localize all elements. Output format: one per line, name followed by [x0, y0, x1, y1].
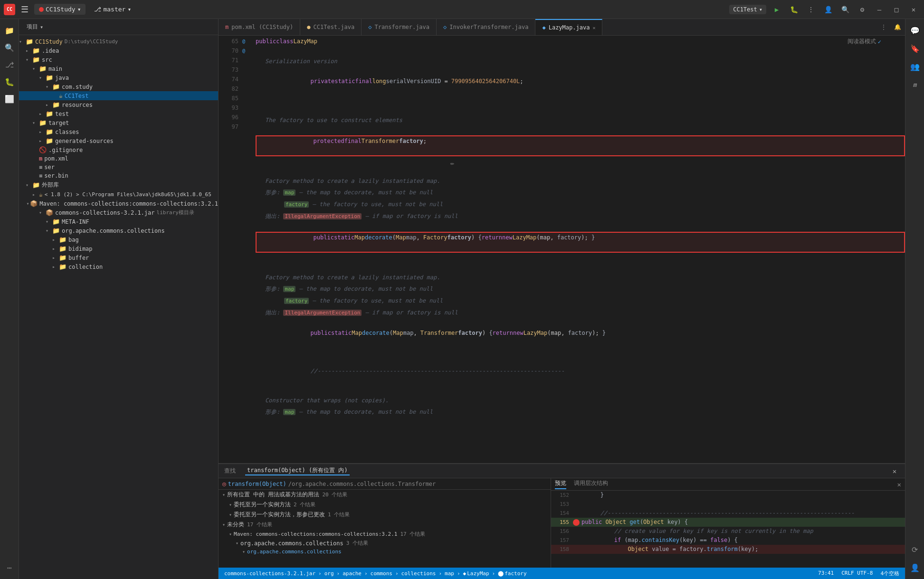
tree-item-pomxml[interactable]: m pom.xml	[19, 154, 218, 163]
run-config[interactable]: CC1Test ▾	[729, 5, 766, 14]
sidebar-icon-vcs[interactable]: ⎇	[2, 57, 17, 72]
indent-indicator[interactable]: 4个空格	[880, 570, 899, 577]
edit-icon[interactable]: ✏	[450, 159, 454, 167]
tabs-more-button[interactable]: ⋮	[877, 24, 890, 30]
tree-item-jdk[interactable]: ▸ ☕ < 1.8 (2) > C:\Program Files\Java\jd…	[19, 190, 218, 199]
tree-item-resources[interactable]: ▸ 📁 resources	[19, 100, 218, 109]
search-group-all[interactable]: ▾ 所有位置 中的 用法或基方法的用法 20 个结果	[219, 490, 551, 500]
code-content[interactable]: public class LazyMap Serialization versi…	[252, 36, 905, 463]
maximize-button[interactable]: □	[890, 3, 903, 16]
right-sidebar-icon-person[interactable]: 👤	[907, 560, 923, 575]
right-sidebar-icon-git[interactable]: ⟳	[907, 542, 923, 557]
doc-comment-decorate2-param2: factory – the factory to use, must not b…	[256, 295, 905, 307]
search-org-apache2[interactable]: ▾ org.apache.commons.collections	[219, 548, 551, 556]
tree-item-main[interactable]: ▾ 📁 main	[19, 64, 218, 73]
code-editor[interactable]: 65 70 71 73 74 82	[219, 36, 905, 463]
tree-item-org-apache[interactable]: ▾ 📁 org.apache.commons.collections	[19, 226, 218, 235]
run-button[interactable]: ▶	[770, 3, 783, 16]
tree-item-cc1study[interactable]: ▾ 📁 CC1Study D:\study\CC1Study	[19, 37, 218, 46]
tree-item-maven-commons[interactable]: ▾ 📦 Maven: commons-collections:commons-c…	[19, 199, 218, 208]
right-sidebar-icon-chat[interactable]: 💬	[907, 23, 923, 38]
file-tree-content[interactable]: ▾ 📁 CC1Study D:\study\CC1Study ▸ 📁 .idea…	[19, 35, 218, 579]
tree-item-commons-jar[interactable]: ▾ 📦 commons-collections-3.2.1.jar librar…	[19, 208, 218, 217]
tree-item-idea[interactable]: ▸ 📁 .idea	[19, 46, 218, 55]
search-results-panel[interactable]: ◎ transform(Object) /org.apache.commons.…	[219, 478, 551, 568]
code-text: Object value = factory.transform(key);	[573, 545, 758, 554]
line-col-indicator[interactable]: 73:41	[818, 570, 834, 577]
tree-item-bag[interactable]: ▸ 📁 bag	[19, 235, 218, 244]
tree-item-ser-bin[interactable]: ≡ ser.bin	[19, 171, 218, 180]
method-icon: ◎	[222, 480, 226, 487]
preview-tab-hierarchy[interactable]: 调用层次结构	[574, 479, 608, 489]
tree-item-collection[interactable]: ▸ 📁 collection	[19, 262, 218, 271]
tab-close-lazymap[interactable]: ✕	[592, 25, 595, 30]
sidebar-icon-more[interactable]: ⋯	[2, 560, 17, 575]
folder-icon: 📁	[46, 128, 53, 135]
hamburger-menu[interactable]: ☰	[19, 2, 30, 16]
close-button[interactable]: ✕	[907, 3, 920, 16]
bottom-tab-transform[interactable]: transform(Object) (所有位置 内)	[245, 466, 350, 475]
arrow-icon: ▾	[19, 39, 26, 44]
sidebar-icon-debug[interactable]: 🐛	[2, 74, 17, 89]
preview-close-btn[interactable]: ✕	[897, 481, 901, 488]
tab-lazymap[interactable]: ◆ LazyMap.java ✕	[535, 19, 602, 36]
tab-transformer[interactable]: ◇ Transformer.java	[362, 19, 437, 36]
folder-icon: 📁	[46, 74, 53, 81]
tree-item-buffer[interactable]: ▸ 📁 buffer	[19, 253, 218, 262]
tree-item-classes[interactable]: ▸ 📁 classes	[19, 127, 218, 136]
notifications-icon[interactable]: 🔔	[890, 24, 905, 30]
search-org-apache[interactable]: ▾ org.apache.commons.collections 3 个结果	[219, 539, 551, 548]
tree-item-cc1test[interactable]: ☕ CC1Test	[19, 91, 218, 100]
branch-selector[interactable]: ⎇ master ▾	[89, 4, 136, 15]
tree-item-test[interactable]: ▸ 📁 test	[19, 109, 218, 118]
tree-label: 外部库	[42, 181, 59, 189]
code-preview-panel[interactable]: 预览 调用层次结构 ✕ 152 } 153	[551, 478, 905, 568]
run-area: CC1Test ▾ ▶ 🐛 ⋮	[729, 3, 818, 16]
expand-arrow: ▾	[229, 512, 232, 517]
tree-item-meta-inf[interactable]: ▾ 📁 META-INF	[19, 217, 218, 226]
tab-cc1test[interactable]: ● CC1Test.java	[300, 19, 362, 36]
arrow-icon: ▾	[46, 219, 52, 224]
search-group-unclassified[interactable]: ▾ 未分类 17 个结果	[219, 520, 551, 530]
sidebar-icon-plugins[interactable]: ⬜	[2, 91, 17, 106]
search-subgroup-delegate1[interactable]: ▾ 委托至另一个实例方法 2 个结果	[219, 500, 551, 510]
branch-name: master	[103, 6, 125, 13]
bottom-tab-find[interactable]: 查找	[222, 467, 238, 475]
expand-arrow: ▾	[236, 541, 238, 546]
tree-item-external-libs[interactable]: ▾ 📁 外部库	[19, 180, 218, 190]
debug-button[interactable]: 🐛	[787, 3, 800, 16]
tree-item-com-study[interactable]: ▾ 📁 com.study	[19, 82, 218, 91]
tab-pom[interactable]: m pom.xml (CC1Study)	[219, 19, 300, 36]
minimize-button[interactable]: —	[873, 3, 886, 16]
tree-item-target[interactable]: ▾ 📁 target	[19, 118, 218, 127]
subgroup-count: 2 个结果	[294, 501, 315, 508]
right-sidebar-icon-ai[interactable]: m	[907, 77, 923, 92]
settings-icon[interactable]: ⚙	[856, 3, 869, 16]
sidebar-icon-search[interactable]: 🔍	[2, 40, 17, 55]
search-subgroup-delegate2[interactable]: ▾ 委托至另一个实例方法，形参已更改 1 个结果	[219, 510, 551, 520]
tab-invokertransformer[interactable]: ◇ InvokerTransformer.java	[437, 19, 535, 36]
more-run-button[interactable]: ⋮	[804, 3, 818, 16]
panel-close-tab[interactable]: ✕	[888, 465, 901, 478]
search-maven-group[interactable]: ▾ Maven: commons-collections:commons-col…	[219, 530, 551, 539]
tree-item-ser[interactable]: ≡ ser	[19, 163, 218, 171]
right-sidebar-icon-user[interactable]: 👥	[907, 59, 923, 74]
panel-controls: ✕	[888, 465, 901, 478]
tree-item-gitignore[interactable]: 🚫 .gitignore	[19, 145, 218, 154]
tree-label: collection	[68, 264, 103, 270]
search-icon[interactable]: 🔍	[838, 3, 852, 16]
preview-line-157: 157 if (map.containsKey(key) == false) {	[551, 536, 905, 545]
tree-item-bidimap[interactable]: ▸ 📁 bidimap	[19, 244, 218, 253]
encoding-indicator[interactable]: CRLF UTF-8	[841, 570, 873, 577]
tree-item-src[interactable]: ▾ 📁 src	[19, 55, 218, 64]
preview-tab-preview[interactable]: 预览	[555, 479, 566, 489]
branch-icon: ⎇	[94, 6, 101, 13]
user-icon[interactable]: 👤	[821, 3, 835, 16]
right-sidebar-icon-bookmark[interactable]: 🔖	[907, 41, 923, 56]
reader-mode-check[interactable]: ✓	[878, 38, 881, 45]
sidebar-icon-project[interactable]: 📁	[2, 23, 17, 38]
tree-label: target	[48, 120, 69, 126]
tree-item-generated-sources[interactable]: ▸ 📁 generated-sources	[19, 136, 218, 145]
app-switcher[interactable]: CC1Study ▾	[34, 4, 86, 15]
tree-item-java[interactable]: ▾ 📁 java	[19, 73, 218, 82]
